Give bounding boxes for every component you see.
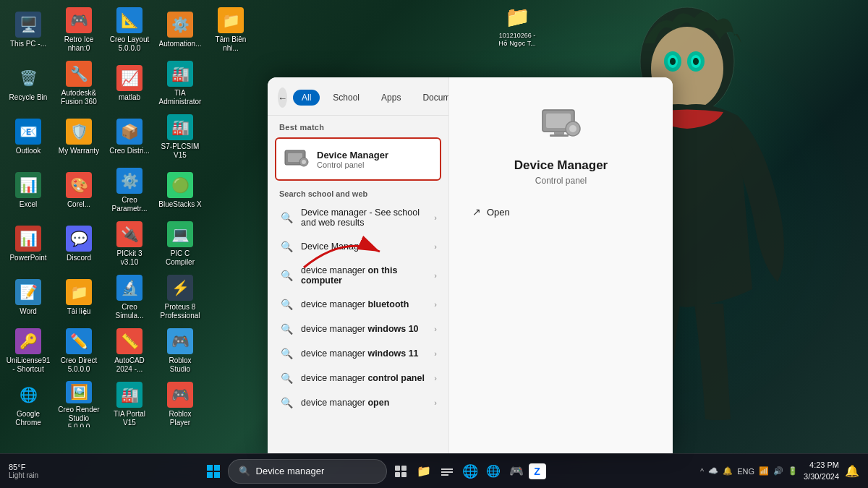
result-arrow-2: › — [434, 242, 437, 251]
best-match-icon — [284, 146, 310, 172]
weather-description: Light rain — [9, 471, 38, 479]
desktop-icon-creo-direct[interactable]: ✏️ Creo Direct 5.0.0.0 — [54, 325, 103, 377]
result-item-dm-win11[interactable]: 🔍 device manager windows 11 › — [271, 341, 446, 366]
desktop-icon-my-warranty[interactable]: 🛡️ My Warranty — [54, 111, 103, 163]
desktop-icon-word[interactable]: 📝 Word — [4, 271, 53, 323]
search-popup: ← All School Apps Documents Web ▶ The Un… — [268, 77, 673, 453]
desktop-icon-automation[interactable]: ⚙️ Automation... — [156, 4, 205, 56]
desktop-icon-pickit3[interactable]: 🔌 PICkit 3 v3.10 — [105, 218, 154, 270]
back-button[interactable]: ← — [278, 87, 287, 108]
desktop-icon-roblox-studio[interactable]: 🎮 Roblox Studio — [156, 325, 205, 377]
file-icon-img: 📁 — [504, 4, 530, 30]
creo-para-icon: ⚙️ — [116, 168, 142, 194]
search-result-icon: 🔍 — [279, 212, 294, 223]
taskbar-right: ^ ☁️ 🔔 ENG 📶 🔊 🔋 4:23 PM 3/30/2024 🔔 — [700, 460, 859, 482]
chrome-taskbar-button[interactable]: 🌐 — [482, 461, 504, 482]
desktop-icon-plcsim[interactable]: 🏭 S7-PLCSIM V15 — [156, 111, 205, 163]
result-arrow-8: › — [434, 398, 437, 407]
open-action[interactable]: ↗ Open — [464, 200, 658, 223]
retro-icon: 🎮 — [66, 7, 92, 33]
tab-all[interactable]: All — [293, 90, 320, 106]
file-icon-label: 101210266 - Hồ Ngọc T... — [494, 32, 540, 48]
desktop-icon-autocad[interactable]: 📏 AutoCAD 2024 -... — [105, 325, 154, 377]
plcsim-icon: 🏭 — [167, 114, 193, 140]
result-text-dm: Device Manager — [301, 241, 427, 252]
game-button[interactable]: 🎮 — [506, 461, 527, 482]
widgets-button[interactable] — [436, 461, 458, 482]
language-indicator[interactable]: ENG — [737, 467, 754, 476]
tab-apps[interactable]: Apps — [373, 90, 409, 106]
desktop-icon-bluestacks[interactable]: 🟢 BlueStacks X — [156, 164, 205, 216]
desktop-icon-creo-distri[interactable]: 📦 Creo Distri... — [105, 111, 154, 163]
file-explorer-button[interactable]: 📁 — [413, 461, 435, 482]
battery-icon[interactable]: 🔋 — [788, 466, 798, 476]
result-item-dm[interactable]: 🔍 Device Manager › — [271, 234, 446, 259]
onedrive-icon[interactable]: ☁️ — [708, 466, 718, 476]
result-item-dm-open[interactable]: 🔍 device manager open › — [271, 390, 446, 415]
taskbar-search-bar[interactable]: 🔍 — [228, 459, 387, 484]
best-match-item[interactable]: Device Manager Control panel — [275, 137, 441, 181]
result-item-dm-school[interactable]: 🔍 Device manager - See school and web re… — [271, 201, 446, 234]
desktop-icon-tia-portal[interactable]: 🏭 TIA Portal V15 — [105, 378, 154, 430]
result-item-dm-bluetooth[interactable]: 🔍 device manager bluetooth › — [271, 292, 446, 317]
picc-icon: 💻 — [167, 221, 193, 247]
desktop-icon-recycle[interactable]: 🗑️ Recycle Bin — [4, 57, 53, 109]
wifi-icon[interactable]: 📶 — [759, 466, 769, 476]
edge-button[interactable]: 🌐 — [459, 461, 481, 482]
result-text-dm-bluetooth: device manager bluetooth — [301, 299, 427, 309]
desktop-icon-powerpoint[interactable]: 📊 PowerPoint — [4, 218, 53, 270]
search-result-icon-5: 🔍 — [279, 323, 294, 335]
taskbar-search-input[interactable] — [256, 466, 372, 476]
bluestacks-icon: 🟢 — [167, 172, 193, 198]
start-button[interactable] — [202, 460, 225, 483]
desktop-icon-creo-simula[interactable]: 🔬 Creo Simula... — [105, 271, 154, 323]
svg-rect-25 — [207, 472, 213, 478]
desktop-icon-retro[interactable]: 🎮 Retro Ice nhan:0 — [54, 4, 103, 56]
desktop-icon-excel[interactable]: 📊 Excel — [4, 164, 53, 216]
task-view-button[interactable] — [390, 461, 412, 482]
desktop-icon-matlab[interactable]: 📈 matlab — [105, 57, 154, 109]
desktop-icon-tia-admin[interactable]: 🏭 TIA Administrator — [156, 57, 205, 109]
result-arrow-4: › — [434, 300, 437, 309]
volume-icon[interactable]: 🔊 — [773, 466, 783, 476]
tray-expand[interactable]: ^ — [700, 467, 704, 476]
desktop-icon-corel[interactable]: 🎨 Corel... — [54, 164, 103, 216]
right-panel-subtitle: Control panel — [535, 176, 587, 186]
autocad-icon: 📏 — [116, 328, 142, 354]
desktop-icon-tailieu[interactable]: 📁 Tài liệu — [54, 271, 103, 323]
svg-point-16 — [302, 160, 306, 164]
desktop-icon-creo-render[interactable]: 🖼️ Creo Render Studio 5.0.0.0 — [54, 378, 103, 430]
desktop-icon-picc[interactable]: 💻 PIC C Compiler — [156, 218, 205, 270]
creo-layout-icon: 📐 — [116, 7, 142, 33]
result-item-dm-computer[interactable]: 🔍 device manager on this computer › — [271, 259, 446, 292]
autodesk-icon: 🔧 — [66, 61, 92, 87]
creo-distri-icon: 📦 — [116, 119, 142, 145]
notifications-bell[interactable]: 🔔 — [845, 464, 859, 478]
desktop-icon-autodesk[interactable]: 🔧 Autodesk& Fusion 360 — [54, 57, 103, 109]
zalo-button[interactable]: Z — [529, 463, 546, 479]
desktop-icon-creo-para[interactable]: ⚙️ Creo Parametr... — [105, 164, 154, 216]
weather-info: 85°F Light rain — [9, 463, 38, 479]
desktop-file-icon[interactable]: 📁 101210266 - Hồ Ngọc T... — [492, 4, 542, 48]
tambien-icon: 📁 — [218, 7, 244, 33]
desktop-icon-proteus[interactable]: ⚡ Proteus 8 Professional — [156, 271, 205, 323]
desktop-icon-outlook[interactable]: 📧 Outlook — [4, 111, 53, 163]
desktop-icon-creo-layout[interactable]: 📐 Creo Layout 5.0.0.0 — [105, 4, 154, 56]
result-item-dm-control[interactable]: 🔍 device manager control panel › — [271, 366, 446, 390]
result-item-dm-win10[interactable]: 🔍 device manager windows 10 › — [271, 317, 446, 341]
desktop-icon-unilicense[interactable]: 🔑 UniLicense91 - Shortcut — [4, 325, 53, 377]
tab-school[interactable]: School — [324, 90, 368, 106]
result-text-dm-control: device manager control panel — [301, 373, 427, 383]
desktop-icon-this-pc[interactable]: 🖥️ This PC -... — [4, 4, 53, 56]
svg-rect-30 — [401, 472, 407, 477]
svg-point-20 — [569, 125, 576, 132]
desktop-icon-chrome[interactable]: 🌐 Google Chrome — [4, 378, 53, 430]
clock[interactable]: 4:23 PM 3/30/2024 — [804, 460, 839, 482]
notifications-icon[interactable]: 🔔 — [723, 466, 733, 476]
desktop-icon-discord[interactable]: 💬 Discord — [54, 218, 103, 270]
svg-rect-32 — [441, 471, 453, 473]
search-left-panel: ← All School Apps Documents Web ▶ The Un… — [268, 77, 448, 453]
svg-rect-33 — [441, 474, 448, 476]
desktop-icon-roblox-player[interactable]: 🎮 Roblox Player — [156, 378, 205, 430]
desktop-icon-tam-bien[interactable]: 📁 Tâm Biên nhi... — [206, 4, 255, 56]
